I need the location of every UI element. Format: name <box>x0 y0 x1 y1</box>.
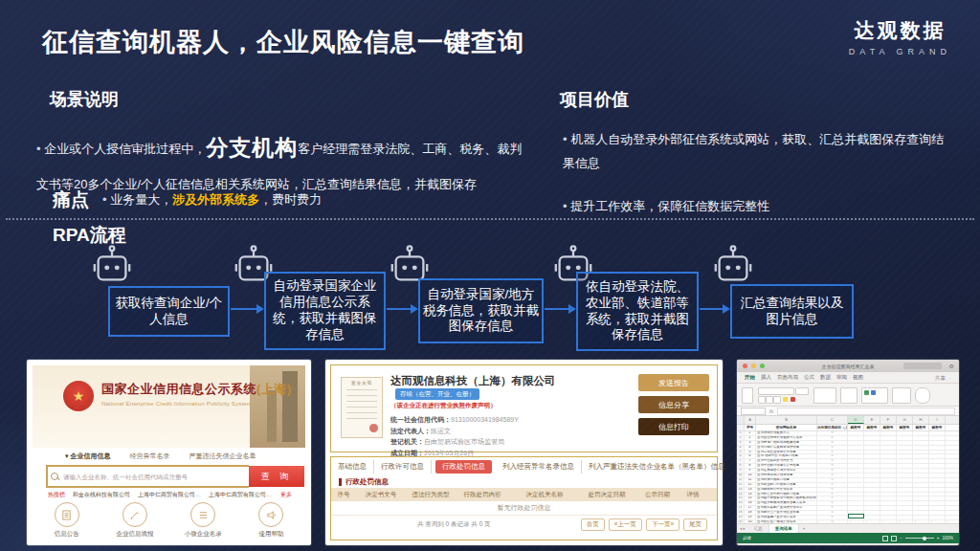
cell-empty[interactable] <box>897 469 913 473</box>
header-cell[interactable]: 截图号 <box>897 425 913 430</box>
cell-empty[interactable] <box>913 454 929 458</box>
cell-result[interactable]: √ <box>817 493 848 496</box>
cell-result[interactable]: √ <box>817 441 848 445</box>
quick-link-fill-info[interactable]: 企业信息填报 <box>100 502 168 540</box>
ribbon-tab[interactable]: 数据 <box>820 374 831 381</box>
cell-empty[interactable] <box>913 436 929 440</box>
cell-site-name[interactable]: 查询法院失信被执行人 <box>756 431 817 435</box>
cell-empty[interactable] <box>880 469 897 473</box>
sheet-nav-icons[interactable]: ◂ ▸ <box>740 526 746 531</box>
hot-search-more-link[interactable]: 更多 <box>280 491 292 499</box>
cell-empty[interactable] <box>880 483 897 487</box>
cell-empty[interactable] <box>913 501 929 505</box>
cell-site-name[interactable]: 查询房地产经纪信用档案信息 <box>756 441 817 445</box>
alignment-group[interactable] <box>813 387 836 404</box>
cell-empty[interactable] <box>913 483 929 487</box>
cell-empty[interactable] <box>929 451 946 454</box>
cell-empty[interactable] <box>929 474 946 477</box>
cell-empty[interactable] <box>913 478 929 482</box>
cell-serial[interactable]: 4 <box>745 446 756 450</box>
cell-result[interactable]: √ <box>817 469 848 473</box>
ribbon-tab[interactable]: 视图 <box>853 374 863 381</box>
ribbon-tab[interactable]: 审阅 <box>836 374 847 381</box>
cell-site-name[interactable]: 查询海关进出口信用信息 <box>756 474 817 477</box>
cell-empty[interactable] <box>864 451 880 454</box>
last-page-button[interactable]: 尾页 <box>683 518 707 531</box>
cell-empty[interactable] <box>929 478 946 482</box>
share-info-button[interactable]: 信息分享 <box>638 396 709 413</box>
cell-empty[interactable] <box>897 488 913 492</box>
cell-serial[interactable]: 5 <box>745 451 756 454</box>
cell-empty[interactable] <box>897 431 913 435</box>
cell-serial[interactable]: 3 <box>745 441 756 445</box>
cell-result[interactable]: √ <box>817 451 848 454</box>
cell-site-name[interactable]: 查询铁路总公司失信名单 <box>756 488 817 492</box>
cell-empty[interactable] <box>864 483 880 487</box>
cell-serial[interactable]: 18 <box>745 511 756 515</box>
cell-empty[interactable] <box>848 478 864 482</box>
hot-search-item[interactable]: 上海中仁商贸有限公司… <box>209 491 272 499</box>
cell-site-name[interactable]: 查询农业部门行政处罚信息 <box>756 483 817 487</box>
cell-empty[interactable] <box>897 511 913 515</box>
cell-empty[interactable] <box>880 478 897 482</box>
cell-serial[interactable]: 15 <box>745 496 756 500</box>
cell-empty[interactable] <box>864 493 880 496</box>
add-sheet-icon[interactable]: + <box>803 526 806 531</box>
cell-empty[interactable] <box>880 506 897 510</box>
cell-result[interactable]: √ <box>817 459 848 463</box>
cell-empty[interactable] <box>864 506 880 510</box>
cell-empty[interactable] <box>848 493 864 496</box>
cell-result[interactable]: √ <box>817 446 848 450</box>
cell-empty[interactable] <box>848 483 864 487</box>
search-input[interactable] <box>46 465 249 488</box>
cell-empty[interactable] <box>864 488 880 492</box>
zoom-slider-knob[interactable] <box>923 537 926 540</box>
cell-empty[interactable] <box>864 436 880 440</box>
selected-cell[interactable] <box>848 514 864 518</box>
column-letter[interactable]: B <box>756 416 817 424</box>
cell-empty[interactable] <box>929 488 946 492</box>
cell-site-name[interactable]: 查询外汇管理局行政处罚信息 <box>756 493 817 496</box>
cell-serial[interactable]: 2 <box>745 436 756 440</box>
ribbon-tab[interactable]: 页面布局 <box>777 374 798 381</box>
cell-result[interactable]: √ <box>817 464 848 468</box>
cell-empty[interactable] <box>864 464 880 468</box>
cell-empty[interactable] <box>864 454 880 458</box>
cell-empty[interactable] <box>864 474 880 477</box>
cell-empty[interactable] <box>929 431 946 435</box>
cell-serial[interactable]: 14 <box>745 493 756 496</box>
cell-serial[interactable]: 1 <box>745 431 756 435</box>
column-letter[interactable]: E <box>864 416 880 424</box>
cell-empty[interactable] <box>897 474 913 477</box>
select-all-corner[interactable] <box>737 416 745 424</box>
cell-empty[interactable] <box>913 488 929 492</box>
cell-empty[interactable] <box>897 454 913 458</box>
cell-empty[interactable] <box>848 459 864 463</box>
cell-result[interactable]: √ <box>817 474 848 477</box>
cell-empty[interactable] <box>929 511 946 515</box>
next-page-button[interactable]: 下一页» <box>646 518 679 531</box>
column-letter[interactable]: G <box>897 416 913 424</box>
search-button[interactable]: 查 询 <box>249 466 304 487</box>
cell-empty[interactable] <box>897 493 913 496</box>
bold-button[interactable] <box>758 396 766 404</box>
cell-empty[interactable] <box>848 469 864 473</box>
cell-empty[interactable] <box>913 459 929 463</box>
cell-empty[interactable] <box>864 496 880 500</box>
cell-empty[interactable] <box>913 464 929 468</box>
font-select[interactable] <box>758 387 794 395</box>
cell-serial[interactable]: 8 <box>745 464 756 468</box>
cell-empty[interactable] <box>880 431 897 435</box>
cell-empty[interactable] <box>880 464 897 468</box>
cell-empty[interactable] <box>880 474 897 477</box>
cell-empty[interactable] <box>897 446 913 450</box>
cell-result[interactable]: √ <box>817 511 848 515</box>
column-letter[interactable]: I <box>929 416 946 424</box>
cell-empty[interactable] <box>929 496 946 500</box>
cell-empty[interactable] <box>880 436 897 440</box>
cell-empty[interactable] <box>913 496 929 500</box>
cell-site-name[interactable]: 查询环保行政处罚信息 <box>756 478 817 482</box>
cell-empty[interactable] <box>897 436 913 440</box>
cell-empty[interactable] <box>913 446 929 450</box>
formula-input[interactable] <box>777 408 955 415</box>
